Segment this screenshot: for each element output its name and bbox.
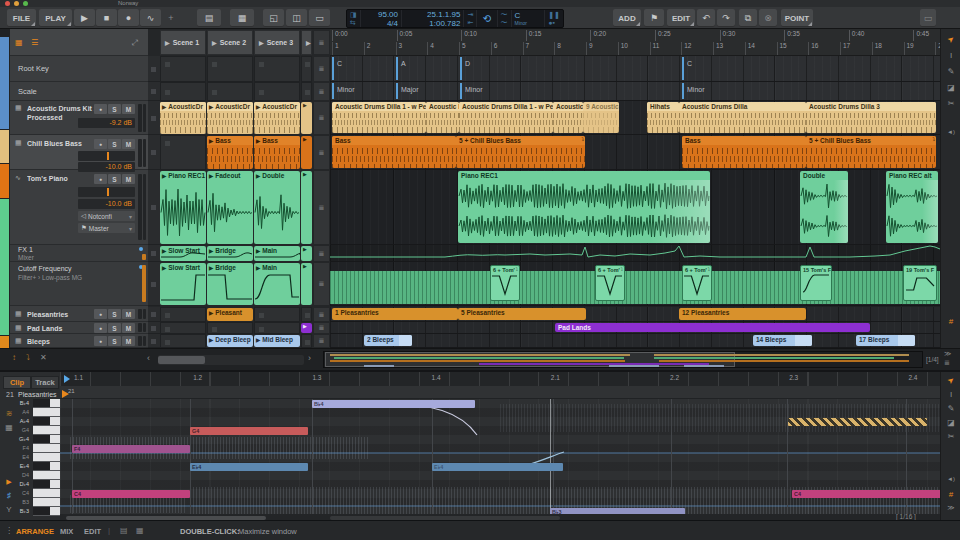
edit-menu-button[interactable]: EDIT <box>667 9 695 27</box>
arm-button[interactable]: ● <box>94 104 107 114</box>
pointer-tool-icon[interactable]: ➤ <box>940 371 960 391</box>
point-menu-button[interactable]: POINT <box>781 9 813 27</box>
pleasantries-clip[interactable]: 1 Pleasantries <box>332 308 458 320</box>
bleeps-clip[interactable]: 2 Bleeps <box>364 335 412 346</box>
play-start-marker[interactable] <box>64 375 70 383</box>
file-menu-button[interactable]: FILE <box>7 9 36 27</box>
launcher-clip-partial[interactable]: ▶ <box>301 136 312 169</box>
drums-clip[interactable]: Hihats <box>647 102 679 133</box>
window-layout-1-icon[interactable]: ◱ <box>263 9 284 27</box>
time-selection-tool-icon[interactable]: I <box>941 51 960 60</box>
eraser-tool-icon[interactable]: ◪ <box>941 418 960 427</box>
piano-key[interactable] <box>33 453 60 462</box>
arrangement-minimap[interactable] <box>323 351 923 368</box>
drums-clip[interactable]: Acoustic Drums Dilla 1 - w Perc <box>459 102 553 133</box>
fade-block[interactable]: 〜 〜 <box>498 10 511 27</box>
scroll-right-icon[interactable]: › <box>308 353 311 363</box>
clip-row-menu-button[interactable]: ≣ <box>313 82 330 101</box>
piano-track-color[interactable] <box>0 199 9 335</box>
empty-clip-slot[interactable] <box>301 82 312 101</box>
clip-stop-button[interactable] <box>148 307 160 322</box>
empty-clip-slot[interactable] <box>160 307 206 322</box>
duplicate-icon[interactable]: ⧉ <box>739 9 757 27</box>
project-panel-icon[interactable]: ▤ <box>120 526 128 535</box>
arm-button[interactable]: ● <box>94 336 107 346</box>
midi-note[interactable]: C4 <box>72 490 190 498</box>
cutoff-automation-clip[interactable]: 6 + Tom'⤵ <box>682 265 712 301</box>
scale-name-value[interactable]: Minor <box>515 20 542 26</box>
track-header-pads[interactable]: ▦ Pad Lands ● S M <box>10 322 148 334</box>
midi-note[interactable]: C4 <box>792 490 940 498</box>
scene-3-button[interactable]: ▶Scene 3 <box>254 30 300 55</box>
empty-clip-slot[interactable] <box>207 82 253 101</box>
piano-clip[interactable]: Piano REC alt <box>886 171 938 243</box>
launcher-clip-partial[interactable]: ▶ <box>301 102 312 134</box>
bass-clip[interactable]: 5 + Chill Blues Bass⤵ <box>456 136 585 168</box>
drums-lane[interactable]: Acoustic Drums Dilla 1 - w PercAcoustic … <box>330 101 940 135</box>
pads-lane[interactable]: Pad Lands <box>330 322 940 334</box>
volume-value[interactable]: -10.0 dB <box>78 199 135 209</box>
knife-tool-icon[interactable]: ✂ <box>941 432 960 441</box>
launcher-clip[interactable]: ▶Main <box>254 246 300 261</box>
clip-row-menu-button[interactable]: ≣ <box>313 322 330 334</box>
clip-row-menu-button[interactable]: ≣ <box>313 56 330 82</box>
piano-key[interactable] <box>33 462 60 471</box>
add-transport-button[interactable]: + <box>162 9 180 27</box>
crossfade-icon[interactable]: 〜 <box>501 11 508 19</box>
mute-button[interactable]: M <box>122 336 135 346</box>
clip-play-marker[interactable] <box>62 390 69 398</box>
empty-clip-slot[interactable] <box>254 322 300 334</box>
clip-row-menu-button[interactable]: ≣ <box>313 334 330 348</box>
play-button[interactable]: ▶ <box>74 9 95 27</box>
editor-clip-strip[interactable]: 21 <box>60 386 940 399</box>
pointer-tool-icon[interactable]: ➤ <box>940 30 960 50</box>
clip-stop-button[interactable] <box>148 322 160 334</box>
time-selection-tool-icon[interactable]: I <box>941 390 960 399</box>
scroll-left-icon[interactable]: ‹ <box>147 353 150 363</box>
root-key-lane[interactable]: CADC <box>330 56 940 82</box>
redo-icon[interactable]: ↷ <box>717 9 735 27</box>
piano-lane[interactable]: Piano REC1DoublePiano REC alt <box>330 170 940 245</box>
clip-launcher-toggle-icon[interactable]: ▤ <box>197 9 221 27</box>
empty-clip-slot[interactable] <box>301 307 312 322</box>
piano-key[interactable] <box>33 426 60 435</box>
clip-stop-button[interactable] <box>148 334 160 348</box>
clip-row-menu-button[interactable]: ≣ <box>313 101 330 135</box>
scale-block[interactable]: C Minor <box>512 10 545 27</box>
track-name[interactable]: Pad Lands <box>27 324 87 333</box>
empty-clip-slot[interactable] <box>254 307 300 322</box>
piano-key[interactable] <box>33 399 60 408</box>
cutoff-automation-clip[interactable]: 6 + Tom'⤵ <box>595 265 625 301</box>
scene-4-button-partial[interactable]: ▶ <box>301 30 312 55</box>
display-profile-icon[interactable]: ▭ <box>920 9 936 27</box>
arm-button[interactable]: ● <box>94 309 107 319</box>
clip-row-menu-button[interactable]: ≣ <box>313 307 330 322</box>
snap-grid-icon[interactable]: # <box>941 317 960 326</box>
empty-clip-slot[interactable] <box>160 334 206 348</box>
notifications-icon[interactable]: ⋮ <box>5 526 13 535</box>
bass-clip[interactable]: 5 + Chill Blues Bass⤵ <box>806 136 936 168</box>
browser-panel-icon[interactable]: ▦ <box>136 526 144 535</box>
piano-key[interactable] <box>33 498 60 507</box>
pen-tool-icon[interactable]: ✎ <box>941 404 960 413</box>
fx1-automation-curve[interactable] <box>330 245 940 261</box>
pleasantries-clip[interactable]: 12 Pleasantries <box>679 308 806 320</box>
arm-button[interactable]: ● <box>94 139 107 149</box>
mute-button[interactable]: M <box>122 323 135 333</box>
clip-row-menu-button[interactable]: ≣ <box>313 170 330 245</box>
launcher-clip[interactable]: ▶Main <box>254 263 300 305</box>
drums-clip[interactable]: Acoustic Drums Dilla <box>679 102 806 133</box>
time-signature-value[interactable]: 4/4 <box>364 19 398 28</box>
drums-clip[interactable]: 9 Acoustic <box>583 102 619 133</box>
track-header-bass[interactable]: ▦ Chill Blues Bass ● S M -10.0 dB <box>10 135 148 170</box>
scrollbar-thumb[interactable] <box>158 356 205 364</box>
clip-stop-button[interactable] <box>148 135 160 170</box>
layout-mix-button[interactable]: MIX <box>60 527 73 536</box>
launcher-clip[interactable]: ▶AcousticDr <box>160 102 206 134</box>
vertical-zoom-icon[interactable]: ↕ <box>12 353 16 362</box>
bass-clip[interactable]: Bass <box>332 136 456 168</box>
empty-clip-slot[interactable] <box>254 56 300 82</box>
expand-right-icon[interactable]: ≫ <box>944 350 951 358</box>
minimize-window-icon[interactable] <box>14 1 19 6</box>
launcher-clip[interactable]: ▶Fadeout <box>207 171 253 244</box>
